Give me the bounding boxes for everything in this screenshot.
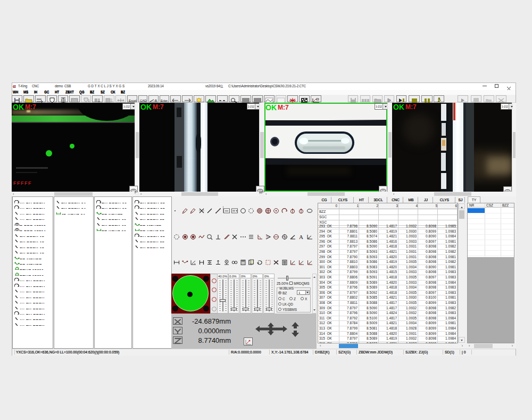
svg-text:A: A [299,234,303,240]
svg-text:Excel: Excel [129,99,137,102]
svg-text:CAD: CAD [140,99,147,102]
svg-text:Enter: Enter [161,99,168,102]
svg-text:-B: -B [154,99,157,102]
